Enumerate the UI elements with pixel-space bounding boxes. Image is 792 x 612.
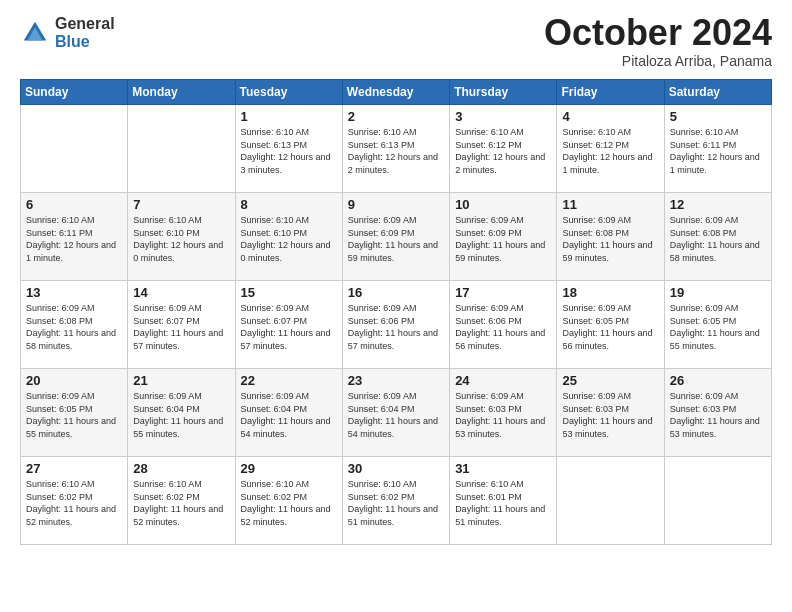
calendar-day-13: 13Sunrise: 6:09 AM Sunset: 6:08 PM Dayli… bbox=[21, 281, 128, 369]
day-info: Sunrise: 6:09 AM Sunset: 6:04 PM Dayligh… bbox=[133, 390, 229, 440]
calendar-body: 1Sunrise: 6:10 AM Sunset: 6:13 PM Daylig… bbox=[21, 105, 772, 545]
calendar-day-27: 27Sunrise: 6:10 AM Sunset: 6:02 PM Dayli… bbox=[21, 457, 128, 545]
day-info: Sunrise: 6:10 AM Sunset: 6:11 PM Dayligh… bbox=[26, 214, 122, 264]
calendar-header: SundayMondayTuesdayWednesdayThursdayFrid… bbox=[21, 80, 772, 105]
day-info: Sunrise: 6:09 AM Sunset: 6:05 PM Dayligh… bbox=[26, 390, 122, 440]
day-number: 25 bbox=[562, 373, 658, 388]
logo: General Blue bbox=[20, 15, 115, 50]
day-number: 22 bbox=[241, 373, 337, 388]
logo-text: General Blue bbox=[55, 15, 115, 50]
day-info: Sunrise: 6:09 AM Sunset: 6:07 PM Dayligh… bbox=[241, 302, 337, 352]
calendar-day-17: 17Sunrise: 6:09 AM Sunset: 6:06 PM Dayli… bbox=[450, 281, 557, 369]
calendar-day-22: 22Sunrise: 6:09 AM Sunset: 6:04 PM Dayli… bbox=[235, 369, 342, 457]
day-number: 30 bbox=[348, 461, 444, 476]
calendar-day-10: 10Sunrise: 6:09 AM Sunset: 6:09 PM Dayli… bbox=[450, 193, 557, 281]
day-info: Sunrise: 6:10 AM Sunset: 6:12 PM Dayligh… bbox=[562, 126, 658, 176]
calendar-day-21: 21Sunrise: 6:09 AM Sunset: 6:04 PM Dayli… bbox=[128, 369, 235, 457]
calendar-empty-cell bbox=[21, 105, 128, 193]
day-info: Sunrise: 6:09 AM Sunset: 6:04 PM Dayligh… bbox=[241, 390, 337, 440]
day-number: 19 bbox=[670, 285, 766, 300]
day-number: 11 bbox=[562, 197, 658, 212]
day-info: Sunrise: 6:09 AM Sunset: 6:03 PM Dayligh… bbox=[455, 390, 551, 440]
calendar-week-row: 27Sunrise: 6:10 AM Sunset: 6:02 PM Dayli… bbox=[21, 457, 772, 545]
day-info: Sunrise: 6:10 AM Sunset: 6:01 PM Dayligh… bbox=[455, 478, 551, 528]
logo-blue-text: Blue bbox=[55, 33, 115, 51]
calendar-week-row: 1Sunrise: 6:10 AM Sunset: 6:13 PM Daylig… bbox=[21, 105, 772, 193]
calendar-day-2: 2Sunrise: 6:10 AM Sunset: 6:13 PM Daylig… bbox=[342, 105, 449, 193]
calendar-day-11: 11Sunrise: 6:09 AM Sunset: 6:08 PM Dayli… bbox=[557, 193, 664, 281]
calendar-week-row: 20Sunrise: 6:09 AM Sunset: 6:05 PM Dayli… bbox=[21, 369, 772, 457]
day-info: Sunrise: 6:10 AM Sunset: 6:12 PM Dayligh… bbox=[455, 126, 551, 176]
calendar-day-28: 28Sunrise: 6:10 AM Sunset: 6:02 PM Dayli… bbox=[128, 457, 235, 545]
month-title: October 2024 bbox=[544, 15, 772, 51]
day-number: 10 bbox=[455, 197, 551, 212]
calendar-day-1: 1Sunrise: 6:10 AM Sunset: 6:13 PM Daylig… bbox=[235, 105, 342, 193]
day-number: 7 bbox=[133, 197, 229, 212]
calendar-day-5: 5Sunrise: 6:10 AM Sunset: 6:11 PM Daylig… bbox=[664, 105, 771, 193]
calendar-day-9: 9Sunrise: 6:09 AM Sunset: 6:09 PM Daylig… bbox=[342, 193, 449, 281]
day-number: 6 bbox=[26, 197, 122, 212]
day-info: Sunrise: 6:09 AM Sunset: 6:08 PM Dayligh… bbox=[26, 302, 122, 352]
calendar-day-8: 8Sunrise: 6:10 AM Sunset: 6:10 PM Daylig… bbox=[235, 193, 342, 281]
day-number: 24 bbox=[455, 373, 551, 388]
calendar-empty-cell bbox=[664, 457, 771, 545]
day-number: 17 bbox=[455, 285, 551, 300]
weekday-header-friday: Friday bbox=[557, 80, 664, 105]
weekday-header-monday: Monday bbox=[128, 80, 235, 105]
calendar-day-12: 12Sunrise: 6:09 AM Sunset: 6:08 PM Dayli… bbox=[664, 193, 771, 281]
day-info: Sunrise: 6:09 AM Sunset: 6:09 PM Dayligh… bbox=[455, 214, 551, 264]
day-number: 21 bbox=[133, 373, 229, 388]
weekday-header-thursday: Thursday bbox=[450, 80, 557, 105]
day-number: 13 bbox=[26, 285, 122, 300]
weekday-header-row: SundayMondayTuesdayWednesdayThursdayFrid… bbox=[21, 80, 772, 105]
day-number: 9 bbox=[348, 197, 444, 212]
day-info: Sunrise: 6:10 AM Sunset: 6:13 PM Dayligh… bbox=[241, 126, 337, 176]
day-info: Sunrise: 6:10 AM Sunset: 6:02 PM Dayligh… bbox=[133, 478, 229, 528]
day-info: Sunrise: 6:09 AM Sunset: 6:05 PM Dayligh… bbox=[670, 302, 766, 352]
calendar-week-row: 13Sunrise: 6:09 AM Sunset: 6:08 PM Dayli… bbox=[21, 281, 772, 369]
weekday-header-saturday: Saturday bbox=[664, 80, 771, 105]
day-number: 23 bbox=[348, 373, 444, 388]
calendar-day-14: 14Sunrise: 6:09 AM Sunset: 6:07 PM Dayli… bbox=[128, 281, 235, 369]
day-info: Sunrise: 6:09 AM Sunset: 6:04 PM Dayligh… bbox=[348, 390, 444, 440]
day-info: Sunrise: 6:10 AM Sunset: 6:02 PM Dayligh… bbox=[241, 478, 337, 528]
day-info: Sunrise: 6:09 AM Sunset: 6:07 PM Dayligh… bbox=[133, 302, 229, 352]
day-number: 5 bbox=[670, 109, 766, 124]
day-number: 27 bbox=[26, 461, 122, 476]
day-number: 16 bbox=[348, 285, 444, 300]
title-block: October 2024 Pitaloza Arriba, Panama bbox=[544, 15, 772, 69]
day-number: 14 bbox=[133, 285, 229, 300]
calendar-day-24: 24Sunrise: 6:09 AM Sunset: 6:03 PM Dayli… bbox=[450, 369, 557, 457]
day-info: Sunrise: 6:10 AM Sunset: 6:10 PM Dayligh… bbox=[241, 214, 337, 264]
calendar-day-6: 6Sunrise: 6:10 AM Sunset: 6:11 PM Daylig… bbox=[21, 193, 128, 281]
day-number: 12 bbox=[670, 197, 766, 212]
day-info: Sunrise: 6:09 AM Sunset: 6:03 PM Dayligh… bbox=[670, 390, 766, 440]
day-number: 15 bbox=[241, 285, 337, 300]
day-number: 28 bbox=[133, 461, 229, 476]
calendar-day-18: 18Sunrise: 6:09 AM Sunset: 6:05 PM Dayli… bbox=[557, 281, 664, 369]
day-info: Sunrise: 6:09 AM Sunset: 6:06 PM Dayligh… bbox=[455, 302, 551, 352]
weekday-header-wednesday: Wednesday bbox=[342, 80, 449, 105]
calendar-day-15: 15Sunrise: 6:09 AM Sunset: 6:07 PM Dayli… bbox=[235, 281, 342, 369]
calendar-day-30: 30Sunrise: 6:10 AM Sunset: 6:02 PM Dayli… bbox=[342, 457, 449, 545]
calendar-week-row: 6Sunrise: 6:10 AM Sunset: 6:11 PM Daylig… bbox=[21, 193, 772, 281]
day-info: Sunrise: 6:09 AM Sunset: 6:06 PM Dayligh… bbox=[348, 302, 444, 352]
calendar-day-25: 25Sunrise: 6:09 AM Sunset: 6:03 PM Dayli… bbox=[557, 369, 664, 457]
day-number: 1 bbox=[241, 109, 337, 124]
day-number: 26 bbox=[670, 373, 766, 388]
day-info: Sunrise: 6:09 AM Sunset: 6:08 PM Dayligh… bbox=[562, 214, 658, 264]
day-info: Sunrise: 6:09 AM Sunset: 6:08 PM Dayligh… bbox=[670, 214, 766, 264]
header: General Blue October 2024 Pitaloza Arrib… bbox=[20, 15, 772, 69]
logo-general-text: General bbox=[55, 15, 115, 33]
day-info: Sunrise: 6:09 AM Sunset: 6:03 PM Dayligh… bbox=[562, 390, 658, 440]
calendar-day-23: 23Sunrise: 6:09 AM Sunset: 6:04 PM Dayli… bbox=[342, 369, 449, 457]
calendar-empty-cell bbox=[557, 457, 664, 545]
day-info: Sunrise: 6:10 AM Sunset: 6:11 PM Dayligh… bbox=[670, 126, 766, 176]
calendar-day-7: 7Sunrise: 6:10 AM Sunset: 6:10 PM Daylig… bbox=[128, 193, 235, 281]
location-subtitle: Pitaloza Arriba, Panama bbox=[544, 53, 772, 69]
day-number: 20 bbox=[26, 373, 122, 388]
day-number: 18 bbox=[562, 285, 658, 300]
weekday-header-sunday: Sunday bbox=[21, 80, 128, 105]
calendar-day-19: 19Sunrise: 6:09 AM Sunset: 6:05 PM Dayli… bbox=[664, 281, 771, 369]
day-info: Sunrise: 6:10 AM Sunset: 6:02 PM Dayligh… bbox=[26, 478, 122, 528]
